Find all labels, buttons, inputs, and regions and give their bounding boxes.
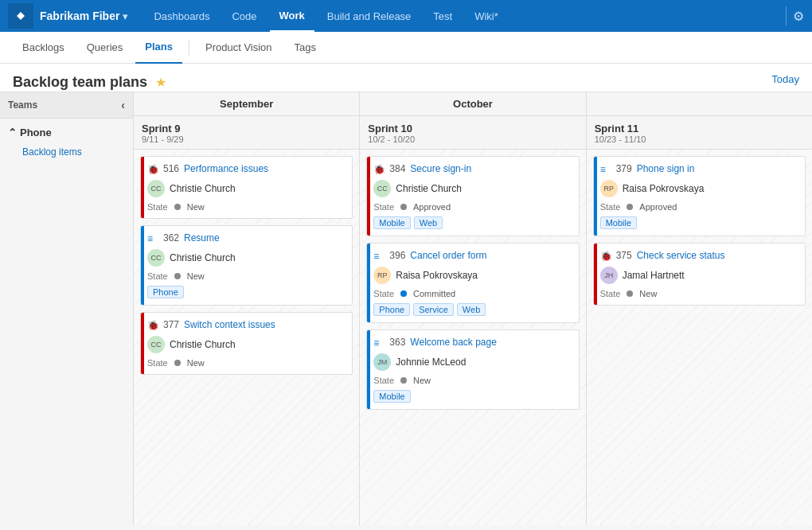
card-396-tags: Phone Service Web <box>373 303 572 316</box>
favorite-star-icon[interactable]: ★ <box>155 75 166 90</box>
card-379-tags: Mobile <box>600 216 798 229</box>
team-group-phone: ⌃ Phone Backlog items <box>0 119 133 164</box>
nav-build[interactable]: Build and Release <box>318 0 421 32</box>
card-377-user: CC Christie Church <box>147 336 345 353</box>
card-375-border <box>594 244 597 305</box>
calendar-area: September October Sprint 9 9/11 - 9/29 🐞 <box>134 92 812 525</box>
card-363-state-dot <box>400 377 407 384</box>
today-link[interactable]: Today <box>771 73 799 92</box>
sprint-11-header: Sprint 11 10/23 - 11/10 <box>587 116 812 150</box>
card-396-header: ≡ 396 Cancel order form <box>373 250 572 262</box>
bug-icon-384: 🐞 <box>373 164 385 175</box>
card-379-title[interactable]: Phone sign in <box>637 163 798 174</box>
card-362-user: CC Christie Church <box>147 249 345 267</box>
teams-label: Teams <box>8 99 37 111</box>
card-379-state: Approved <box>639 202 677 212</box>
card-384-state: Approved <box>413 202 451 212</box>
card-379-user: RP Raisa Pokrovskaya <box>600 180 798 197</box>
team-phone[interactable]: ⌃ Phone <box>0 122 133 143</box>
card-363: ≡ 363 Welcome back page JM Johnnie McLeo… <box>366 329 579 410</box>
card-363-title[interactable]: Welcome back page <box>410 337 572 348</box>
tag-phone-396: Phone <box>373 303 410 316</box>
sprint-11-name: Sprint 11 <box>595 123 804 134</box>
card-384-border <box>367 157 370 236</box>
card-396-user: RP Raisa Pokrovskaya <box>373 267 572 284</box>
card-362-header: ≡ 362 Resume <box>147 232 345 244</box>
card-377-state: New <box>187 358 205 368</box>
tag-service-396: Service <box>413 303 454 316</box>
tag-mobile-384: Mobile <box>373 216 410 229</box>
card-377-title[interactable]: Switch context issues <box>184 319 345 330</box>
tab-plans[interactable]: Plans <box>135 32 182 64</box>
card-384: 🐞 384 Secure sign-in CC Christie Church … <box>366 156 579 236</box>
nav-code[interactable]: Code <box>222 0 266 32</box>
pbi-icon: ≡ <box>147 233 158 244</box>
card-379-state-dot <box>627 204 633 210</box>
sprint-9-name: Sprint 9 <box>142 123 351 134</box>
month-row: September October <box>134 92 812 116</box>
tab-queries[interactable]: Queries <box>77 32 133 64</box>
tab-separator <box>189 40 189 56</box>
tag-web-384: Web <box>414 216 443 229</box>
tab-product-vision[interactable]: Product Vision <box>196 32 282 64</box>
nav-dashboards[interactable]: Dashboards <box>144 0 219 32</box>
avatar-christie-1: CC <box>147 180 165 197</box>
nav-test[interactable]: Test <box>424 0 462 32</box>
collapse-teams-icon[interactable]: ‹ <box>121 99 125 111</box>
card-384-title[interactable]: Secure sign-in <box>410 163 572 174</box>
card-384-meta: State Approved <box>373 202 572 212</box>
card-362-state-label: State <box>147 271 168 281</box>
card-375-state-dot <box>627 290 633 297</box>
tab-tags[interactable]: Tags <box>285 32 326 64</box>
card-396-state: Committed <box>413 289 455 298</box>
settings-icon[interactable]: ⚙ <box>793 9 804 24</box>
card-384-header: 🐞 384 Secure sign-in <box>373 163 572 175</box>
avatar-christie-2: CC <box>147 249 165 267</box>
card-379: ≡ 379 Phone sign in RP Raisa Pokrovskaya… <box>593 156 806 236</box>
avatar-jamal: JH <box>600 267 618 284</box>
org-chevron-icon[interactable]: ▾ <box>123 10 128 22</box>
card-379-username: Raisa Pokrovskaya <box>623 183 705 194</box>
sprint-11-dates: 10/23 - 11/10 <box>595 134 804 144</box>
sprint-10-items: 🐞 384 Secure sign-in CC Christie Church … <box>360 150 585 525</box>
card-362-title[interactable]: Resume <box>184 232 345 244</box>
card-377-id: 377 <box>163 319 179 330</box>
avatar-johnnie: JM <box>373 353 391 371</box>
sprint-11-items: ≡ 379 Phone sign in RP Raisa Pokrovskaya… <box>587 150 812 525</box>
tab-backlogs[interactable]: Backlogs <box>13 32 74 64</box>
sprint-10-dates: 10/2 - 10/20 <box>368 134 577 144</box>
avatar-raisa-2: RP <box>600 180 618 197</box>
card-396-state-label: State <box>373 289 394 298</box>
card-396-id: 396 <box>389 250 405 261</box>
nav-wiki[interactable]: Wiki* <box>465 0 508 32</box>
page-header: Backlog team plans ★ Today <box>0 64 812 92</box>
bug-icon-377: 🐞 <box>147 320 158 331</box>
card-516-header: 🐞 516 Performance issues <box>147 163 345 175</box>
card-396-title[interactable]: Cancel order form <box>410 250 572 261</box>
team-collapse-icon: ⌃ <box>8 127 17 138</box>
tag-mobile-379: Mobile <box>600 216 637 229</box>
card-362-meta: State New <box>147 271 345 281</box>
nav-divider <box>786 6 787 25</box>
card-363-user: JM Johnnie McLeod <box>373 353 572 371</box>
pbi-icon-396: ≡ <box>373 251 385 262</box>
pbi-icon-379: ≡ <box>600 164 611 175</box>
month-september: September <box>134 92 360 115</box>
org-name: Fabrikam Fiber <box>40 10 119 22</box>
backlog-items-link[interactable]: Backlog items <box>0 143 133 161</box>
card-363-tags: Mobile <box>373 390 572 403</box>
card-375-header: 🐞 375 Check service status <box>600 250 798 262</box>
card-384-username: Christie Church <box>396 183 462 194</box>
tag-mobile-363: Mobile <box>373 390 410 403</box>
nav-work[interactable]: Work <box>270 0 314 32</box>
card-516-title[interactable]: Performance issues <box>184 163 345 174</box>
sprints-row: Sprint 9 9/11 - 9/29 🐞 516 Performance i… <box>134 116 812 525</box>
team-phone-label: Phone <box>20 127 52 138</box>
tag-phone-362: Phone <box>147 286 184 298</box>
card-384-state-label: State <box>373 202 394 212</box>
main-content: Teams ‹ ⌃ Phone Backlog items September … <box>0 92 812 525</box>
card-516-state-dot <box>174 204 181 210</box>
card-375-title[interactable]: Check service status <box>637 250 798 261</box>
card-375-meta: State New <box>600 289 798 298</box>
card-377-state-dot <box>174 360 181 366</box>
